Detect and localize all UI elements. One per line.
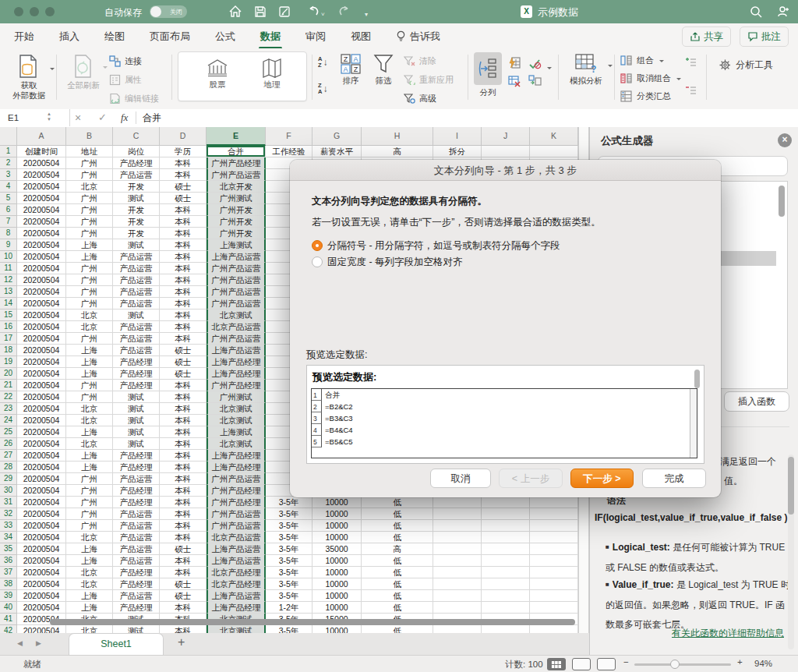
- cell-C20[interactable]: 产品经理: [113, 368, 160, 380]
- cell-A36[interactable]: 20200504: [17, 555, 66, 567]
- cell-C9[interactable]: 测试: [113, 239, 160, 251]
- function-help-link[interactable]: 有关此函数的详细帮助信息: [672, 627, 784, 640]
- normal-view-icon[interactable]: [547, 658, 566, 670]
- sort-descending-button[interactable]: ZA↓: [318, 83, 327, 94]
- cell-C24[interactable]: 测试: [113, 415, 160, 426]
- cell-A42[interactable]: 20200504: [17, 625, 66, 633]
- row-header-19[interactable]: 19: [0, 356, 17, 368]
- cell-D27[interactable]: 本科: [160, 450, 207, 462]
- row-header-13[interactable]: 13: [0, 286, 17, 298]
- horizontal-scrollbar[interactable]: [50, 619, 575, 625]
- comments-button[interactable]: 批注: [740, 27, 789, 47]
- cell-B9[interactable]: 上海: [66, 239, 113, 251]
- cell-B23[interactable]: 北京: [66, 403, 113, 415]
- cell-A13[interactable]: 20200504: [17, 286, 66, 298]
- cell-C15[interactable]: 测试: [113, 309, 160, 321]
- cell-D11[interactable]: 本科: [160, 263, 207, 274]
- cell-F42[interactable]: 3-5年: [266, 625, 312, 633]
- cell-D9[interactable]: 本科: [160, 239, 207, 251]
- cell-K38[interactable]: [530, 578, 578, 590]
- connections-button[interactable]: 连接: [109, 55, 142, 67]
- cell-C6[interactable]: 开发: [113, 204, 160, 216]
- delimited-radio[interactable]: [312, 240, 323, 251]
- cell-E26[interactable]: 北京测试: [207, 438, 266, 450]
- col-header-F[interactable]: F: [266, 127, 312, 146]
- data-validation-button[interactable]: [528, 56, 542, 69]
- row-header-16[interactable]: 16: [0, 321, 17, 333]
- cell-A10[interactable]: 20200504: [17, 251, 66, 263]
- cell-E40[interactable]: 上海产品经理: [207, 602, 266, 614]
- cell-B11[interactable]: 广州: [66, 263, 113, 274]
- preview-inner-scrollbar[interactable]: [690, 389, 697, 458]
- cell-K40[interactable]: [530, 602, 578, 614]
- cell-C33[interactable]: 产品运营: [113, 520, 160, 532]
- cell-H1[interactable]: 高: [362, 146, 433, 157]
- row-header-40[interactable]: 40: [0, 602, 17, 614]
- cell-C27[interactable]: 产品经理: [113, 450, 160, 462]
- text-to-columns-button[interactable]: [474, 52, 502, 85]
- cell-A16[interactable]: 20200504: [17, 321, 66, 333]
- cell-A29[interactable]: 20200504: [17, 473, 66, 485]
- row-header-14[interactable]: 14: [0, 298, 17, 309]
- cell-C19[interactable]: 产品经理: [113, 356, 160, 368]
- cell-A40[interactable]: 20200504: [17, 602, 66, 614]
- cell-G33[interactable]: 10000: [312, 520, 362, 532]
- cell-E32[interactable]: 广州产品运营: [207, 508, 266, 520]
- cell-I37[interactable]: [433, 567, 482, 578]
- cell-B20[interactable]: 上海: [66, 368, 113, 380]
- cell-A30[interactable]: 20200504: [17, 485, 66, 497]
- cell-H42[interactable]: 低: [362, 625, 433, 633]
- cell-D3[interactable]: 本科: [160, 169, 207, 181]
- cell-A22[interactable]: 20200504: [17, 391, 66, 403]
- col-header-J[interactable]: J: [482, 127, 530, 146]
- cell-B7[interactable]: 广州: [66, 216, 113, 228]
- cell-C40[interactable]: 产品经理: [113, 602, 160, 614]
- cell-E13[interactable]: 广州产品运营: [207, 286, 266, 298]
- row-header-41[interactable]: 41: [0, 614, 17, 625]
- cell-C25[interactable]: 测试: [113, 426, 160, 438]
- zoom-slider[interactable]: [634, 663, 731, 666]
- cell-E29[interactable]: 广州产品运营: [207, 473, 266, 485]
- cell-B21[interactable]: 广州: [66, 380, 113, 391]
- row-header-5[interactable]: 5: [0, 193, 17, 204]
- cell-B3[interactable]: 广州: [66, 169, 113, 181]
- col-header-I[interactable]: I: [433, 127, 482, 146]
- advanced-filter-button[interactable]: 高级: [404, 93, 436, 104]
- cell-C30[interactable]: 产品经理: [113, 485, 160, 497]
- row-header-32[interactable]: 32: [0, 508, 17, 520]
- toolbar-more-icon[interactable]: ▾: [365, 11, 368, 18]
- share-button[interactable]: 共享: [682, 27, 731, 47]
- row-header-1[interactable]: 1: [0, 146, 17, 157]
- cell-D38[interactable]: 硕士: [160, 578, 207, 590]
- cell-E35[interactable]: 上海产品运营: [207, 543, 266, 555]
- cell-H35[interactable]: 高: [362, 543, 433, 555]
- cell-E18[interactable]: 上海产品运营: [207, 345, 266, 356]
- cell-B18[interactable]: 上海: [66, 345, 113, 356]
- undo-dropdown-icon[interactable]: ˅: [321, 11, 325, 18]
- row-header-35[interactable]: 35: [0, 543, 17, 555]
- row-header-24[interactable]: 24: [0, 415, 17, 426]
- cell-J40[interactable]: [482, 602, 530, 614]
- cell-K1[interactable]: [530, 146, 578, 157]
- cell-D23[interactable]: 本科: [160, 403, 207, 415]
- cell-K39[interactable]: [530, 590, 578, 602]
- cell-E5[interactable]: 广州测试: [207, 193, 266, 204]
- zoom-slider-thumb[interactable]: [670, 660, 680, 669]
- row-header-30[interactable]: 30: [0, 485, 17, 497]
- cell-A25[interactable]: 20200504: [17, 426, 66, 438]
- row-header-42[interactable]: 42: [0, 625, 17, 633]
- cell-D36[interactable]: 本科: [160, 555, 207, 567]
- cell-E2[interactable]: 广州产品经理: [207, 157, 266, 169]
- cell-G32[interactable]: 10000: [312, 508, 362, 520]
- cell-F35[interactable]: 3-5年: [266, 543, 312, 555]
- next-sheet-icon[interactable]: ▶: [36, 639, 41, 647]
- formula-content[interactable]: 合并: [143, 111, 161, 125]
- row-header-21[interactable]: 21: [0, 380, 17, 391]
- cell-B32[interactable]: 广州: [66, 508, 113, 520]
- cell-A26[interactable]: 20200504: [17, 438, 66, 450]
- cell-G37[interactable]: 10000: [312, 567, 362, 578]
- cancel-button[interactable]: 取消: [430, 469, 491, 488]
- row-header-36[interactable]: 36: [0, 555, 17, 567]
- cell-D28[interactable]: 本科: [160, 462, 207, 473]
- cell-A23[interactable]: 20200504: [17, 403, 66, 415]
